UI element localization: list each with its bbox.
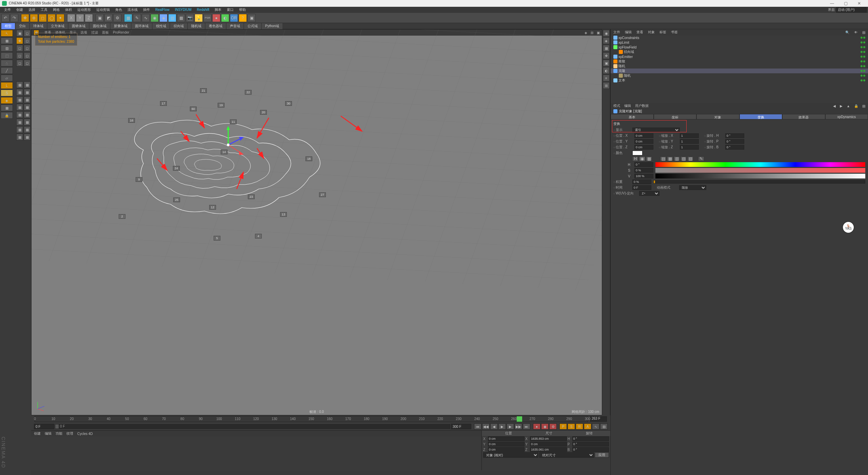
redo-button[interactable]: ↷ [10, 14, 18, 22]
color-picker-icon[interactable]: ✎ [698, 156, 704, 161]
pos-1[interactable] [634, 139, 653, 144]
tool-m3[interactable]: ▦ [16, 89, 23, 96]
fcurve-button[interactable]: ∿ [592, 423, 599, 430]
mat-tab-功能[interactable]: 功能 [56, 431, 62, 436]
mat-tab-创建[interactable]: 创建 [34, 431, 41, 436]
attr-nav-fwd[interactable]: ▶ [840, 104, 843, 108]
timeline-playhead[interactable] [517, 416, 522, 422]
axis-mode[interactable]: L [1, 82, 13, 89]
om-item-xpEmitter[interactable]: xpEmitter [611, 54, 868, 59]
weight-slider[interactable] [653, 180, 865, 184]
next-frame-button[interactable]: ▶ [507, 423, 514, 430]
attr-tab-坐标[interactable]: 坐标 [654, 114, 697, 119]
select-tool[interactable]: ✥ [21, 14, 29, 22]
attr-tab-对象[interactable]: 对象 [696, 114, 739, 119]
key-rot-button[interactable]: R [576, 423, 583, 430]
tool-g[interactable]: ◻ [16, 52, 23, 59]
add-light-button[interactable]: 💡 [195, 14, 203, 22]
attr-nav-up[interactable]: ▲ [847, 104, 850, 108]
attr-tab-xpDynamics[interactable]: xpDynamics [825, 114, 868, 119]
color-h-input[interactable] [634, 162, 653, 167]
om-menu-书签[interactable]: 书签 [671, 30, 678, 35]
coord-apply-button[interactable]: 应用 [595, 452, 609, 458]
vp-tool-1[interactable]: ◉ [603, 30, 610, 37]
menu-帮助[interactable]: 帮助 [236, 7, 249, 12]
field-tab-2[interactable]: 球体域 [30, 23, 47, 29]
render-view-button[interactable]: ▣ [96, 14, 104, 22]
axis-z-button[interactable]: Z [85, 14, 93, 22]
coord-Z-pos[interactable] [488, 447, 525, 452]
online-button[interactable]: OR [230, 14, 238, 22]
goto-end-button[interactable]: ⏭ [523, 423, 530, 430]
add-field-button[interactable]: ▤ [168, 14, 176, 22]
grid-tool[interactable]: ▦ [1, 104, 13, 111]
om-item-克隆[interactable]: 克隆 [611, 69, 868, 73]
menu-创建[interactable]: 创建 [14, 7, 26, 12]
psr-button[interactable]: PSR [203, 14, 212, 22]
object-manager-tree[interactable]: xpConstraintsxpLimitxpFlowField径向域xpEmit… [611, 35, 868, 103]
attr-lock-icon[interactable]: 🔒 [854, 104, 858, 108]
color-mode-5[interactable]: ▦ [667, 156, 673, 161]
field-tab-10[interactable]: 随机域 [188, 23, 205, 29]
rot-0[interactable] [725, 133, 744, 138]
place-tool[interactable]: ✦ [56, 14, 64, 22]
field-tab-8[interactable]: 线性域 [153, 23, 170, 29]
tool-m12[interactable]: ▦ [24, 119, 31, 126]
minimize-button[interactable]: — [825, 1, 839, 6]
autokey-button[interactable]: ◐ [221, 14, 229, 22]
om-filter-icon[interactable]: ▤ [862, 31, 865, 34]
field-tab-4[interactable]: 圆锥体域 [68, 23, 89, 29]
menu-运动图形[interactable]: 运动图形 [75, 7, 94, 12]
lock-tool[interactable]: 🔒 [1, 112, 13, 119]
move-axis-tool[interactable]: ✥ [16, 37, 23, 44]
autokey-toggle[interactable]: ◉ [541, 423, 549, 430]
field-tab-0[interactable]: 模型 [1, 23, 15, 29]
undo-button[interactable]: ↶ [1, 14, 9, 22]
play-button[interactable]: ▶ [498, 423, 506, 430]
coord-Y-rot[interactable] [572, 442, 609, 446]
field-tab-12[interactable]: 声音域 [226, 23, 243, 29]
vp-tool-4[interactable]: ✥ [603, 52, 610, 59]
attr-menu-编辑[interactable]: 编辑 [624, 103, 631, 108]
menu-插件[interactable]: 插件 [140, 7, 153, 12]
help-button[interactable]: ? [239, 14, 247, 22]
color-swatch[interactable] [632, 151, 643, 155]
add-pen-button[interactable]: ✎ [133, 14, 141, 22]
color-mode-6[interactable]: ▥ [674, 156, 680, 161]
mat-tab-编辑[interactable]: 编辑 [45, 431, 52, 436]
coord-mode-a[interactable]: 对象 (相对) [483, 452, 538, 458]
tool-m10[interactable]: ▦ [24, 111, 31, 118]
coord-Y-pos[interactable] [488, 442, 525, 446]
om-item-推散[interactable]: 推散 [611, 59, 868, 64]
rot-2[interactable] [725, 145, 744, 150]
field-tab-14[interactable]: Python域 [262, 23, 282, 29]
color-mode-3[interactable]: ▦ [646, 156, 652, 161]
scale-tool[interactable]: ◻ [39, 14, 47, 22]
mat-tab-纹理[interactable]: 纹理 [66, 431, 73, 436]
record-key-button[interactable]: ● [533, 423, 540, 430]
menu-运动剪辑[interactable]: 运动剪辑 [94, 7, 113, 12]
poly-mode[interactable]: ▱ [1, 75, 13, 81]
attr-nav-back[interactable]: ◀ [833, 104, 836, 108]
tool-m15[interactable]: ▦ [16, 134, 23, 140]
tool-m6[interactable]: ▦ [24, 96, 31, 103]
color-mode-8[interactable]: ▧ [687, 156, 693, 161]
axis-x-button[interactable]: X [67, 14, 75, 22]
point-mode[interactable]: ∴ [1, 60, 13, 66]
om-search-icon[interactable]: 🔍 [845, 31, 849, 34]
om-item-文本[interactable]: 文本 [611, 78, 868, 83]
tool-m9[interactable]: ▦ [16, 111, 23, 118]
live-select-tool[interactable]: ↖ [1, 30, 13, 37]
color-mode-1[interactable]: H [632, 156, 638, 161]
scale-0[interactable] [680, 133, 699, 138]
menu-网格[interactable]: 网格 [50, 7, 62, 12]
menu-realflow[interactable]: RealFlow [153, 7, 172, 12]
om-item-xpLimit[interactable]: xpLimit [611, 40, 868, 45]
record-button[interactable]: ● [212, 14, 220, 22]
tool-d[interactable]: ◻ [24, 37, 31, 44]
color-mode-2[interactable]: ◉ [639, 156, 645, 161]
menu-角色[interactable]: 角色 [113, 7, 125, 12]
om-menu-查看[interactable]: 查看 [636, 30, 643, 35]
om-item-随机[interactable]: 随机 [611, 64, 868, 69]
coord-X-size[interactable] [530, 436, 567, 441]
